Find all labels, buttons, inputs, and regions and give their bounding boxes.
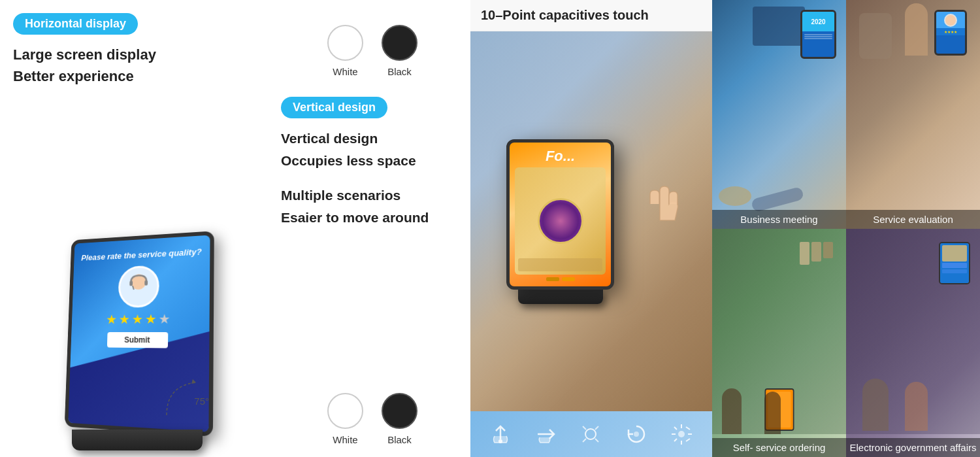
service-evaluation-label: Service evaluation bbox=[846, 210, 980, 229]
touch-image: Fo... bbox=[470, 31, 712, 411]
submit-button[interactable]: Submit bbox=[107, 332, 169, 348]
horizontal-display-badge: Horizontal display bbox=[13, 13, 138, 35]
svg-point-8 bbox=[634, 432, 639, 437]
tablet-vertical-screen: Fo... bbox=[510, 143, 611, 286]
device-wrapper: Please rate the service quality? bbox=[13, 93, 261, 450]
gesture-pinch bbox=[580, 423, 602, 446]
white-circle-top bbox=[327, 25, 363, 61]
star-4: ★ bbox=[145, 311, 157, 327]
color-option-black-top: Black bbox=[382, 25, 417, 77]
black-label-top: Black bbox=[387, 66, 412, 77]
self-service-label: Self- service ordering bbox=[712, 438, 846, 457]
right-section: 10–Point capacitives touch Fo... bbox=[470, 0, 980, 457]
tablet-stars: ★ ★ ★ ★ ★ bbox=[106, 311, 171, 328]
photos-top-row: 2020 Business meeting bbox=[712, 0, 980, 229]
color-options-bottom: White Black bbox=[281, 393, 464, 445]
svg-rect-3 bbox=[129, 281, 133, 286]
left-headline: Large screen display Better experience bbox=[13, 44, 261, 87]
gesture-spread bbox=[670, 423, 693, 446]
gesture-tap bbox=[489, 423, 512, 446]
angle-label: 75° bbox=[194, 396, 209, 407]
white-circle-bottom bbox=[327, 393, 363, 429]
gesture-swipe bbox=[534, 423, 557, 446]
vertical-subtext: Multiple scenarios Esaier to move around bbox=[281, 184, 464, 228]
white-label-bottom: White bbox=[333, 434, 357, 445]
gesture-rotate bbox=[625, 423, 648, 446]
white-label-top: White bbox=[333, 66, 357, 77]
tablet-vertical: Fo... bbox=[506, 139, 614, 290]
svg-point-1 bbox=[127, 290, 150, 305]
black-circle-bottom bbox=[382, 393, 417, 429]
vertical-design-badge: Vertical design bbox=[281, 97, 387, 118]
photo-electronic-government: Electronic government affairs bbox=[846, 229, 980, 458]
left-section: Horizontal display Large screen display … bbox=[0, 0, 274, 457]
business-meeting-label: Business meeting bbox=[712, 210, 846, 229]
angle-indicator: 75° bbox=[160, 376, 206, 424]
star-5: ★ bbox=[158, 311, 170, 327]
svg-rect-4 bbox=[144, 280, 148, 286]
svg-point-7 bbox=[585, 429, 596, 439]
middle-section: White Black Vertical design Vertical des… bbox=[274, 0, 470, 457]
color-option-white-bottom: White bbox=[327, 393, 363, 445]
photo-business-meeting: 2020 Business meeting bbox=[712, 0, 846, 229]
touch-header: 10–Point capacitives touch bbox=[470, 0, 712, 31]
black-label-bottom: Black bbox=[387, 434, 412, 445]
star-1: ★ bbox=[106, 312, 117, 328]
vertical-tablet-scene: Fo... bbox=[506, 139, 614, 304]
vertical-headline: Vertical design Occupies less space bbox=[281, 127, 464, 171]
star-2: ★ bbox=[119, 312, 131, 328]
vertical-line3: Multiple scenarios bbox=[281, 188, 400, 203]
vertical-line2: Occupies less space bbox=[281, 153, 416, 168]
center-panel: 10–Point capacitives touch Fo... bbox=[470, 0, 712, 457]
svg-point-9 bbox=[678, 431, 685, 437]
photo-self-service: Self- service ordering bbox=[712, 229, 846, 458]
photo-service-evaluation: ★★★★ Service evaluation bbox=[846, 0, 980, 229]
color-option-white-top: White bbox=[327, 25, 363, 77]
headline-line2: Better experience bbox=[13, 68, 134, 84]
tablet-question: Please rate the service quality? bbox=[81, 246, 202, 263]
star-3: ★ bbox=[132, 311, 144, 327]
vertical-line1: Vertical design bbox=[281, 131, 378, 146]
color-options-top: White Black bbox=[281, 25, 464, 77]
photos-grid: 2020 Business meeting bbox=[712, 0, 980, 457]
electronic-govt-label: Electronic government affairs bbox=[846, 438, 980, 457]
hand-pointer bbox=[637, 168, 689, 236]
hand-svg bbox=[637, 168, 689, 233]
photos-bottom-row: Self- service ordering bbox=[712, 229, 980, 458]
tablet-base bbox=[72, 430, 203, 450]
color-option-black-bottom: Black bbox=[382, 393, 417, 445]
avatar-svg bbox=[121, 269, 156, 305]
black-circle-top bbox=[382, 25, 417, 61]
tablet-avatar bbox=[118, 265, 159, 308]
vertical-line4: Esaier to move around bbox=[281, 210, 429, 225]
touch-gestures-bar bbox=[470, 411, 712, 457]
headline-line1: Large screen display bbox=[13, 46, 156, 63]
